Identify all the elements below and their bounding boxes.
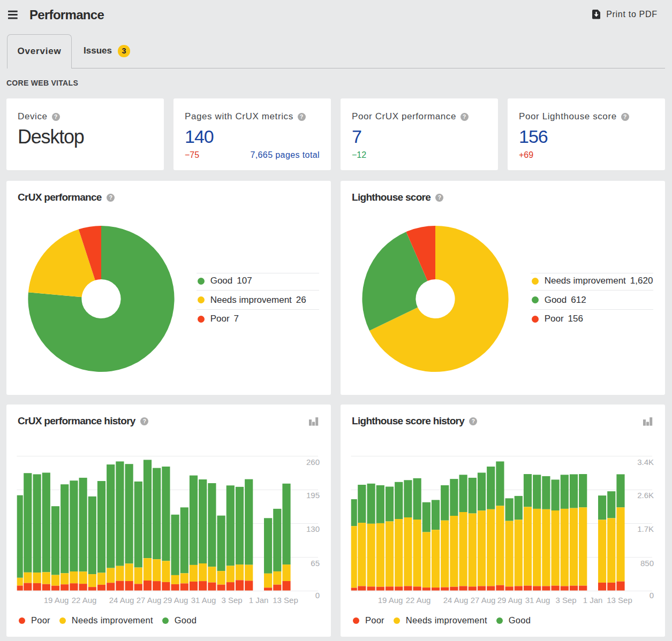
- svg-text:?: ?: [623, 114, 627, 120]
- svg-text:?: ?: [463, 114, 466, 120]
- svg-text:?: ?: [54, 114, 58, 120]
- svg-text:?: ?: [300, 114, 304, 120]
